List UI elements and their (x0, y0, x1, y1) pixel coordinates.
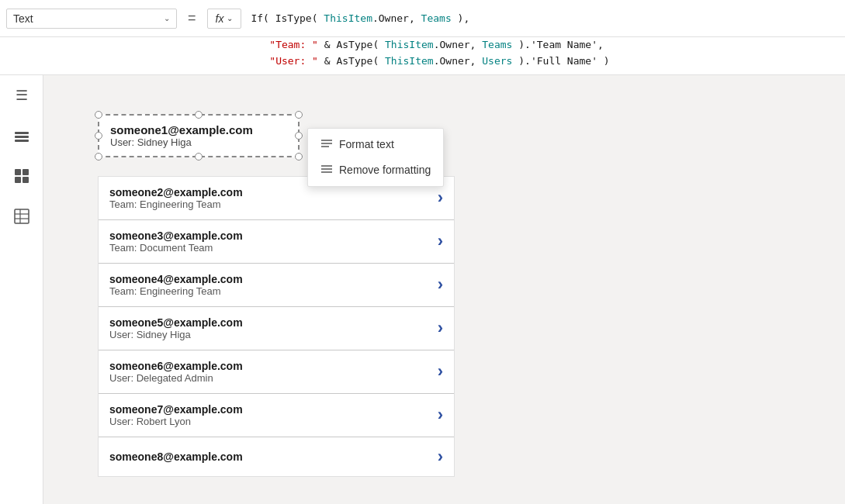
list-item-chevron-icon[interactable]: › (438, 447, 443, 467)
list-item-sub: User: Delegated Admin (109, 372, 438, 384)
handle-tm[interactable] (195, 111, 203, 119)
list-item-chevron-icon[interactable]: › (438, 361, 443, 381)
list-item-chevron-icon[interactable]: › (438, 405, 443, 425)
text-type-dropdown[interactable]: Text ⌄ (6, 9, 177, 29)
handle-bl[interactable] (95, 153, 102, 161)
formula-bar: If( IsType( ThisItem.Owner, Teams ), (241, 11, 839, 26)
list-item[interactable]: someone8@example.com› (99, 437, 454, 476)
list-item-email: someone8@example.com (109, 450, 438, 463)
handle-bm[interactable] (195, 153, 203, 161)
text-type-label: Text (13, 12, 33, 25)
list-item-content: someone2@example.comTeam: Engineering Te… (109, 186, 438, 210)
svg-rect-0 (15, 132, 29, 134)
list-item-sub: User: Robert Lyon (109, 416, 438, 427)
svg-rect-1 (15, 136, 29, 138)
components-icon[interactable] (11, 165, 33, 187)
list-item-email: someone2@example.com (109, 186, 438, 198)
svg-rect-5 (15, 177, 21, 183)
sidebar: ☰ (0, 75, 43, 504)
formula-line3: "User: " & AsType( ThisItem.Owner, Users… (245, 54, 839, 70)
handle-br[interactable] (295, 153, 303, 161)
list-item-sub: Team: Engineering Team (109, 285, 438, 297)
fx-arrow-icon: ⌄ (227, 14, 233, 22)
handle-tr[interactable] (295, 111, 303, 119)
data-icon[interactable] (11, 205, 33, 227)
svg-rect-4 (23, 169, 29, 175)
list-item-content: someone6@example.comUser: Delegated Admi… (109, 360, 438, 384)
format-text-menu-item[interactable]: Format text (308, 132, 443, 157)
context-menu: Format text Remove formatting (307, 128, 444, 187)
formula-thisitem1: ThisItem (324, 12, 372, 24)
list-item-content: someone7@example.comUser: Robert Lyon (109, 403, 438, 427)
layers-icon[interactable] (11, 125, 33, 147)
formula-teams1: Teams (421, 12, 452, 24)
list-item-email: someone5@example.com (109, 316, 438, 329)
canvas-area: someone1@example.com User: Sidney Higa (43, 75, 798, 504)
remove-formatting-icon (320, 164, 333, 177)
fx-button[interactable]: fx ⌄ (207, 9, 242, 29)
list-item-content: someone4@example.comTeam: Engineering Te… (109, 273, 438, 297)
handle-ml[interactable] (95, 132, 102, 140)
list-item-chevron-icon[interactable]: › (438, 231, 443, 251)
main-layout: ☰ (0, 75, 845, 504)
list-item-sub: User: Sidney Higa (109, 329, 438, 340)
canvas-element-email: someone1@example.com (110, 123, 287, 136)
equals-sign: = (183, 10, 201, 26)
list-item[interactable]: someone4@example.comTeam: Engineering Te… (99, 264, 454, 307)
list-item[interactable]: someone3@example.comTeam: Document Team› (99, 220, 454, 264)
format-text-label: Format text (339, 138, 394, 150)
list-item-chevron-icon[interactable]: › (438, 274, 443, 295)
list-item-email: someone3@example.com (109, 230, 438, 242)
svg-rect-2 (15, 140, 29, 142)
formula-line2: "Team: " & AsType( ThisItem.Owner, Teams… (245, 37, 839, 54)
remove-formatting-menu-item[interactable]: Remove formatting (308, 157, 443, 183)
svg-rect-3 (15, 169, 21, 175)
list-item-email: someone7@example.com (109, 403, 438, 416)
list-item-chevron-icon[interactable]: › (438, 188, 443, 208)
svg-rect-6 (23, 177, 29, 183)
right-panel (798, 75, 845, 504)
formula-continuation: "Team: " & AsType( ThisItem.Owner, Teams… (0, 37, 845, 75)
handle-tl[interactable] (95, 111, 102, 119)
dropdown-arrow-icon: ⌄ (164, 14, 170, 22)
fx-label: fx (216, 12, 224, 25)
canvas-element[interactable]: someone1@example.com User: Sidney Higa (98, 114, 300, 157)
svg-rect-7 (15, 209, 29, 223)
list-item-email: someone6@example.com (109, 360, 438, 372)
handle-mr[interactable] (295, 132, 303, 140)
list-item-email: someone4@example.com (109, 273, 438, 285)
list-panel: someone2@example.comTeam: Engineering Te… (98, 176, 455, 477)
list-item-content: someone8@example.com (109, 450, 438, 463)
remove-formatting-label: Remove formatting (339, 164, 431, 176)
list-item[interactable]: someone5@example.comUser: Sidney Higa› (99, 307, 454, 350)
canvas-element-label: User: Sidney Higa (110, 136, 287, 148)
list-item-chevron-icon[interactable]: › (438, 318, 443, 338)
hamburger-icon[interactable]: ☰ (11, 85, 33, 106)
list-item-sub: Team: Engineering Team (109, 198, 438, 210)
list-item[interactable]: someone7@example.comUser: Robert Lyon› (99, 394, 454, 437)
list-item-content: someone3@example.comTeam: Document Team (109, 230, 438, 254)
formula-if: If( (251, 12, 268, 24)
list-item-content: someone5@example.comUser: Sidney Higa (109, 316, 438, 340)
toolbar: Text ⌄ = fx ⌄ If( IsType( ThisItem.Owner… (0, 0, 845, 37)
list-item[interactable]: someone6@example.comUser: Delegated Admi… (99, 350, 454, 394)
toolbar-left: Text ⌄ = fx ⌄ (6, 9, 241, 29)
format-text-icon (320, 138, 333, 151)
list-item-sub: Team: Document Team (109, 242, 438, 254)
